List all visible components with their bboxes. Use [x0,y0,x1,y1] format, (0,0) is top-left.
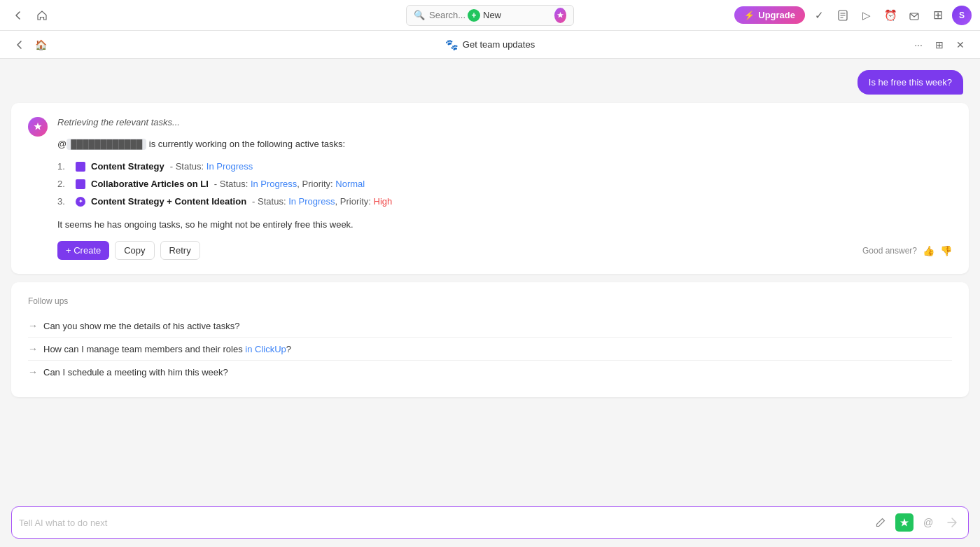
at-icon[interactable]: @ [919,513,937,532]
main-content-area: Is he free this week? Retrieving the rel… [0,59,980,547]
more-options-icon[interactable]: ··· [910,36,927,53]
task-number: 1. [57,161,70,172]
avatar[interactable]: S [952,6,972,25]
search-icon: 🔍 [414,10,425,20]
task-name: Content Strategy [91,161,164,172]
upgrade-label: Upgrade [758,10,795,20]
top-navigation: 🔍 + New ⚡ Upgrade ✓ ▷ ⏰ [0,0,980,31]
followup-text: How can I manage team members and their … [43,344,291,354]
ai-retrieving-text: Retrieving the relevant tasks... [57,117,952,127]
ai-response-card: Retrieving the relevant tasks... @██████… [11,103,969,274]
feedback-area: Good answer? 👍 👎 [862,245,952,256]
user-mention: ████████████ [66,139,146,150]
chat-input[interactable] [19,518,866,528]
new-label: New [483,10,501,20]
at-symbol: @ [57,139,66,149]
task-status: - Status: In Progress [170,161,253,172]
followup-arrow-icon: → [28,320,38,331]
checkmark-icon[interactable]: ✓ [809,6,829,25]
home-secondary-icon[interactable]: 🏠 [32,36,49,53]
secondary-title-text: Get team updates [463,39,535,50]
ai-input-icon[interactable] [895,513,913,532]
new-plus-icon: + [468,9,480,22]
task-status: - Status: In Progress, Priority: Normal [214,179,365,189]
close-secondary-icon[interactable]: ✕ [952,36,969,53]
nav-left-group [8,6,52,25]
create-button[interactable]: + Create [57,241,109,260]
upgrade-icon: ⚡ [744,11,755,20]
task-type-icon [76,179,85,189]
inbox-icon[interactable] [904,6,924,25]
task-item: 3. Content Strategy + Content Ideation -… [57,196,952,207]
followup-text: Can you show me the details of his activ… [43,321,239,331]
task-name: Collaborative Articles on LI [91,179,209,189]
upgrade-button[interactable]: ⚡ Upgrade [734,6,805,24]
new-button[interactable]: + New [462,6,507,25]
task-number: 2. [57,179,70,189]
task-item: 2. Collaborative Articles on LI - Status… [57,179,952,189]
chat-input-bar: @ [0,501,980,547]
followup-item[interactable]: → How can I manage team members and thei… [28,338,952,361]
task-item: 1. Content Strategy - Status: In Progres… [57,161,952,172]
followups-title: Follow ups [28,296,952,306]
secondary-navigation: 🏠 🐾 Get team updates ··· ⊞ ✕ [0,31,980,59]
followups-card: Follow ups → Can you show me the details… [11,282,969,397]
input-spacer [11,406,969,448]
task-list: 1. Content Strategy - Status: In Progres… [57,161,952,207]
document-icon[interactable] [833,6,853,25]
nav-right-group: ⚡ Upgrade ✓ ▷ ⏰ ⊞ S [734,6,972,25]
home-icon[interactable] [32,6,52,25]
ai-summary-text: It seems he has ongoing tasks, so he mig… [57,219,952,230]
task-number: 3. [57,196,70,207]
user-message-text: Is he free this week? [869,77,952,88]
secondary-nav-left: 🏠 [11,36,49,53]
followup-arrow-icon: → [28,366,38,378]
team-icon: 🐾 [445,39,458,51]
followup-item[interactable]: → Can you show me the details of his act… [28,314,952,338]
grid-icon[interactable]: ⊞ [928,6,948,25]
secondary-nav-right: ··· ⊞ ✕ [910,36,969,53]
ai-intro-suffix: is currently working on the following ac… [146,139,345,149]
alarm-icon[interactable]: ⏰ [881,6,900,25]
user-message-bubble: Is he free this week? [858,70,963,95]
action-buttons-group: + Create Copy Retry Good answer? 👍 👎 [57,241,952,260]
thumbs-down-icon[interactable]: 👎 [940,245,952,256]
retry-button[interactable]: Retry [160,241,200,260]
followup-item[interactable]: → Can I schedule a meeting with him this… [28,361,952,383]
task-name: Content Strategy + Content Ideation [91,196,246,207]
video-icon[interactable]: ▷ [857,6,876,25]
task-status: - Status: In Progress, Priority: High [252,196,392,207]
task-type-icon [76,197,85,207]
send-icon[interactable] [943,513,961,532]
back-secondary-icon[interactable] [11,36,28,53]
ai-avatar [28,117,48,137]
followup-arrow-icon: → [28,343,38,354]
ai-intro-text: @████████████ is currently working on th… [57,139,952,150]
chat-input-wrapper: @ [11,506,969,539]
pen-icon[interactable] [872,513,890,532]
back-icon[interactable] [8,6,28,25]
secondary-title: 🐾 Get team updates [445,39,535,51]
copy-button[interactable]: Copy [115,241,154,260]
thumbs-up-icon[interactable]: 👍 [923,245,934,256]
followup-text: Can I schedule a meeting with him this w… [43,367,228,378]
ai-search-badge[interactable] [554,8,566,23]
ai-content-area: Retrieving the relevant tasks... @██████… [57,117,952,260]
good-answer-label: Good answer? [862,246,917,256]
task-type-icon [76,162,85,172]
expand-icon[interactable]: ⊞ [931,36,948,53]
